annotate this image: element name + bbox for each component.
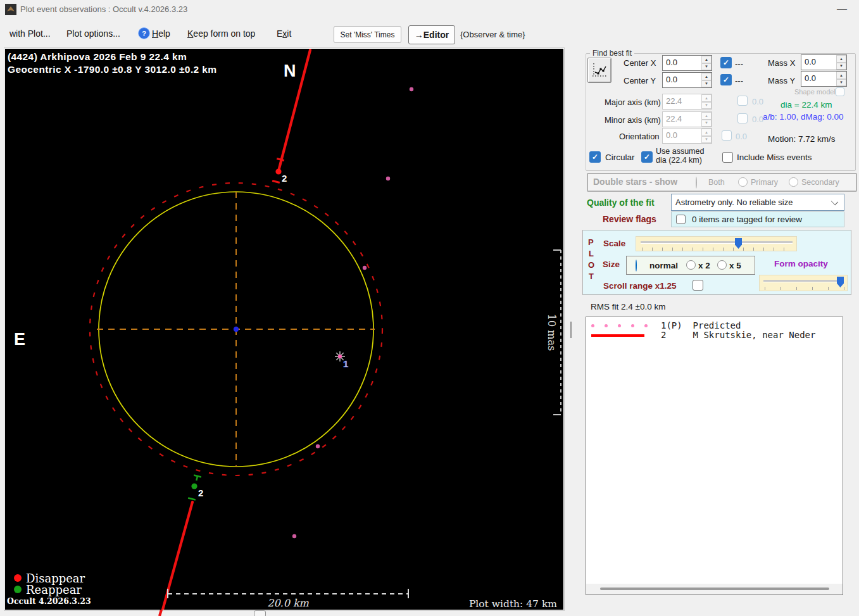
occult-window: Plot event observations : Occult v.4.202… [0, 0, 859, 616]
scale-slider[interactable] [636, 236, 797, 251]
center-x-spinner[interactable]: 0.0 ▲▼ [662, 55, 712, 71]
plot-header-line2: Geocentric X -1790.0 ±0.8 Y 3012.0 ±0.2 … [8, 64, 217, 75]
center-x-flag: --- [735, 59, 743, 68]
center-x-checkbox[interactable]: ✓ [720, 57, 732, 68]
ab-dmag-label: a/b: 1.00, dMag: 0.00 [763, 112, 844, 122]
double-stars-group: Double stars - show Both Primary Seconda… [587, 173, 857, 192]
use-assumed-checkbox[interactable]: ✓ [641, 151, 653, 163]
major-axis-label: Major axis (km) [605, 97, 661, 107]
menu-with-plot[interactable]: with Plot... [9, 28, 51, 39]
window-title: Plot event observations : Occult v.4.202… [20, 4, 187, 14]
double-stars-primary-radio [738, 177, 748, 187]
menu-keep-on-top[interactable]: Keep form on top [187, 28, 255, 39]
double-stars-secondary-radio [789, 177, 798, 187]
major-axis-spinner: 22.4 ▲▼ [662, 94, 712, 110]
circular-checkbox[interactable]: ✓ [589, 151, 601, 163]
quality-dropdown-value: Astrometry only. No reliable size [672, 198, 793, 207]
help-icon-glyph: ? [142, 30, 146, 37]
center-y-spinner[interactable]: 0.0 ▲▼ [662, 72, 712, 88]
chevron-down-icon [831, 198, 838, 205]
size-x2-radio[interactable] [686, 260, 696, 270]
center-y-checkbox[interactable]: ✓ [720, 74, 732, 85]
splitter-handle[interactable] [570, 322, 572, 338]
plot-area[interactable]: (4424) Arkhipova 2026 Feb 9 22.4 km Geoc… [5, 49, 563, 610]
double-stars-both-radio [696, 177, 697, 189]
form-opacity-slider[interactable] [759, 275, 848, 291]
app-icon [5, 4, 16, 15]
menu-help[interactable]: Help [152, 28, 170, 39]
size-x2-label: x 2 [698, 261, 710, 270]
star-marker-label: 1 [343, 358, 348, 369]
legend-row-predicted[interactable]: 1(P) Predicted [586, 317, 843, 327]
center-y-value: 0.0 [663, 73, 701, 87]
chord-top-errorbar-2 [272, 181, 280, 183]
size-label: Size [603, 260, 620, 269]
menu-exit[interactable]: Exit [277, 28, 291, 39]
plot-letter-l: L [589, 249, 594, 258]
plot-width-label: Plot width: 47 km [469, 598, 557, 610]
center-y-label: Center Y [624, 76, 656, 85]
plot-letter-o: O [588, 260, 594, 270]
scale-label: Scale [603, 239, 625, 248]
orientation-label: Orientation [619, 132, 660, 141]
size-normal-radio[interactable] [636, 260, 637, 272]
observer-time-label: {Observer & time} [460, 30, 525, 39]
form-opacity-label: Form opacity [774, 259, 828, 268]
double-stars-secondary-label: Secondary [801, 178, 839, 187]
mass-y-label: Mass Y [768, 76, 795, 85]
use-assumed-label: Use assumed dia (22.4 km) [656, 147, 704, 165]
orientation-checkbox [722, 130, 732, 141]
major-axis-value: 22.4 [663, 94, 701, 109]
fit-chart-icon [591, 62, 608, 79]
mass-y-value: 0.0 [801, 72, 836, 86]
fit-chart-button[interactable] [587, 58, 611, 83]
orientation-value: 0.0 [663, 129, 701, 143]
include-miss-checkbox[interactable] [722, 152, 733, 163]
orientation-flag: 0.0 [736, 132, 747, 141]
legend-row-observer-text: 2 M Skrutskie, near Neder [661, 330, 815, 340]
shape-model-label: Shape model [794, 88, 836, 96]
legend-horizontal-scrollbar[interactable] [586, 584, 843, 594]
mass-x-spinner[interactable]: 0.0 ▲▼ [801, 54, 847, 70]
reappear-legend-dot [14, 586, 22, 593]
dia-value-label: dia = 22.4 km [781, 100, 832, 110]
minimize-button[interactable]: — [837, 3, 847, 15]
plot-canvas: (4424) Arkhipova 2026 Feb 9 22.4 km Geoc… [5, 49, 563, 610]
clipped-bottom-control[interactable] [254, 610, 266, 616]
scroll-range-checkbox[interactable] [693, 280, 703, 291]
shape-model-checkbox[interactable] [836, 87, 844, 96]
minor-axis-spinner: 22.4 ▲▼ [662, 111, 712, 127]
menu-plot-options[interactable]: Plot options... [66, 28, 120, 39]
size-normal-label: normal [649, 261, 678, 270]
double-stars-primary-label: Primary [751, 178, 778, 187]
title-bar: Plot event observations : Occult v.4.202… [0, 0, 859, 19]
double-stars-title: Double stars - show [593, 177, 677, 187]
spin-up-icon[interactable]: ▲ [701, 56, 712, 63]
mas-scale-label: 10 mas [546, 314, 558, 351]
minor-axis-value: 22.4 [663, 112, 701, 127]
chord-top-label: 2 [282, 173, 287, 184]
spin-down-icon[interactable]: ▼ [701, 63, 712, 71]
reappear-point [191, 483, 197, 489]
chord-bottom-label: 2 [198, 487, 203, 498]
double-stars-both-label: Both [708, 178, 725, 187]
size-radio-group: normal x 2 x 5 [626, 256, 755, 275]
set-miss-times-button[interactable]: Set 'Miss' Times [334, 26, 401, 43]
minor-axis-checkbox [737, 113, 748, 123]
plot-settings-panel: P L O T Scale Size normal x 2 x 5 Form o… [582, 230, 851, 295]
observer-line-sample [591, 334, 644, 337]
major-axis-checkbox [737, 96, 748, 106]
quality-dropdown[interactable]: Astrometry only. No reliable size [671, 194, 844, 211]
size-x5-radio[interactable] [717, 260, 727, 270]
form-opacity-slider-thumb[interactable] [837, 277, 844, 287]
help-icon[interactable]: ? [138, 27, 150, 39]
review-flags-checkbox[interactable] [676, 215, 686, 224]
legend-listbox[interactable]: 1(P) Predicted 2 M Skrutskie, near Neder [586, 317, 843, 595]
size-x5-label: x 5 [729, 261, 741, 270]
legend-scrollbar-thumb[interactable] [600, 588, 829, 590]
editor-button[interactable]: →Editor [408, 25, 455, 44]
mass-y-spinner[interactable]: 0.0 ▲▼ [801, 71, 847, 87]
east-label: E [14, 330, 25, 349]
legend-row-observer[interactable]: 2 M Skrutskie, near Neder [586, 327, 843, 337]
major-axis-flag: 0.0 [752, 97, 763, 106]
